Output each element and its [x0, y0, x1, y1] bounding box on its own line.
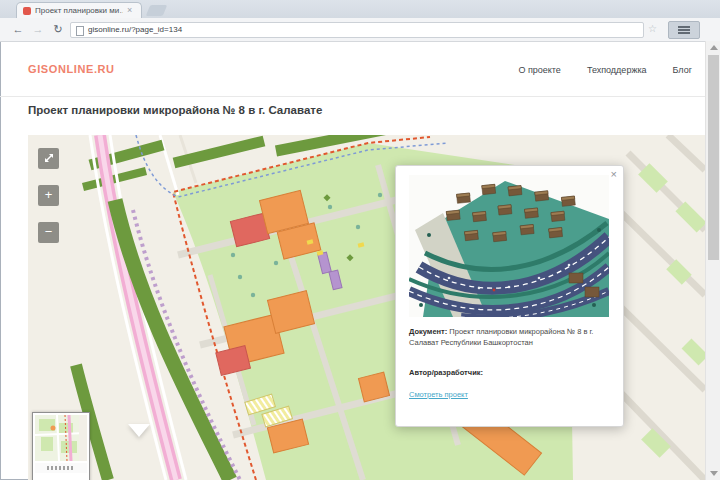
- tab-strip: Проект планировки ми… ×: [0, 0, 720, 19]
- popup-pointer: [128, 424, 150, 437]
- page-icon: [76, 26, 84, 36]
- nav-about[interactable]: О проекте: [518, 65, 560, 75]
- scroll-up-icon[interactable]: [710, 45, 718, 50]
- popup-close-icon[interactable]: ×: [611, 168, 617, 180]
- back-icon[interactable]: ←: [10, 21, 26, 37]
- zoom-in-button[interactable]: +: [38, 185, 59, 206]
- tab-title: Проект планировки ми…: [35, 6, 123, 15]
- map-popup: ×: [395, 165, 624, 427]
- popup-author-line: Автор/разработчик:: [409, 368, 611, 377]
- view-project-link[interactable]: Смотреть проект: [409, 390, 468, 399]
- menu-icon: [678, 26, 690, 28]
- zoom-out-button[interactable]: −: [38, 222, 59, 243]
- site-nav: О проекте Техподдержка Блог: [518, 65, 692, 75]
- browser-tab[interactable]: Проект планировки ми… ×: [16, 2, 142, 19]
- header-divider: [0, 96, 705, 97]
- page-scrollbar[interactable]: [705, 41, 720, 480]
- popup-document-line: Документ: Проект планировки микрорайона …: [409, 326, 611, 349]
- url-text: gisonline.ru/?page_id=134: [88, 25, 182, 34]
- fullscreen-button[interactable]: [38, 148, 59, 169]
- refresh-icon[interactable]: ↻: [50, 21, 66, 37]
- scrollbar-thumb[interactable]: [708, 55, 719, 260]
- expand-arrows-icon: [43, 152, 55, 164]
- project-render-image: [409, 175, 609, 317]
- nav-blog[interactable]: Блог: [673, 65, 692, 75]
- browser-toolbar: ← → ↻ gisonline.ru/?page_id=134 ☆: [0, 18, 720, 42]
- bookmark-star-icon[interactable]: ☆: [648, 23, 657, 34]
- forward-icon[interactable]: →: [30, 21, 46, 37]
- address-bar[interactable]: gisonline.ru/?page_id=134: [70, 22, 644, 38]
- document-label: Документ:: [409, 327, 447, 336]
- overview-minimap[interactable]: [32, 412, 90, 480]
- browser-menu-button[interactable]: [668, 21, 700, 39]
- minimap-attribution: [35, 463, 87, 473]
- new-tab-button[interactable]: [146, 5, 167, 16]
- page-title: Проект планировки микрорайона № 8 в г. С…: [28, 104, 322, 116]
- site-logo[interactable]: GISONLINE.RU: [28, 63, 115, 75]
- nav-support[interactable]: Техподдержка: [587, 65, 647, 75]
- minimap-tiles: [35, 415, 87, 461]
- map-canvas[interactable]: + − ×: [28, 135, 705, 480]
- favicon: [23, 7, 31, 15]
- tab-close-icon[interactable]: ×: [127, 5, 132, 15]
- scroll-down-icon[interactable]: [710, 471, 718, 476]
